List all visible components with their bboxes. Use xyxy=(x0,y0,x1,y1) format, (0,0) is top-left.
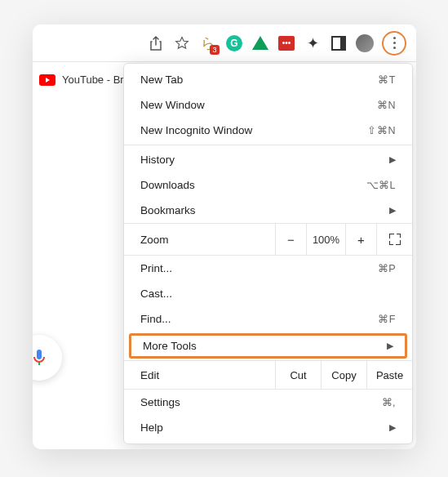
menu-shortcut: ⇧⌘N xyxy=(367,124,396,136)
zoom-controls: − 100% + xyxy=(275,224,412,255)
menu-label: Help xyxy=(140,421,163,434)
svg-rect-0 xyxy=(37,350,42,359)
menu-separator xyxy=(124,145,412,145)
menu-settings[interactable]: Settings ⌘, xyxy=(124,390,412,415)
reader-mode-icon[interactable] xyxy=(330,34,348,52)
zoom-out-button[interactable]: − xyxy=(275,224,306,255)
menu-new-window[interactable]: New Window ⌘N xyxy=(124,92,412,118)
edit-cut-button[interactable]: Cut xyxy=(275,361,321,389)
menu-help[interactable]: Help ▶ xyxy=(124,415,412,440)
menu-new-tab[interactable]: New Tab ⌘T xyxy=(124,67,412,92)
menu-label: Settings xyxy=(140,396,180,408)
zoom-value: 100% xyxy=(306,224,345,255)
menu-downloads[interactable]: Downloads ⌥⌘L xyxy=(124,172,412,198)
youtube-favicon xyxy=(39,74,55,86)
menu-shortcut: ⌘, xyxy=(382,396,396,408)
share-icon[interactable] xyxy=(147,34,165,52)
menu-label: More Tools xyxy=(143,340,197,352)
toolbar: ら 3 G ••• ✦ xyxy=(33,25,416,62)
menu-bookmarks[interactable]: Bookmarks ▶ xyxy=(124,198,412,223)
menu-label: Zoom xyxy=(124,225,275,254)
zoom-in-button[interactable]: + xyxy=(345,224,376,255)
menu-label: Print... xyxy=(140,262,172,274)
menu-shortcut: ⌥⌘L xyxy=(366,179,396,191)
extension-badge: 3 xyxy=(210,45,220,55)
menu-shortcut: ⌘T xyxy=(378,74,396,86)
menu-label: Find... xyxy=(140,313,171,325)
chevron-right-icon: ▶ xyxy=(389,154,396,165)
menu-zoom: Zoom − 100% + xyxy=(124,223,412,256)
menu-label: New Tab xyxy=(140,74,183,86)
extension-icon-1[interactable]: ら 3 xyxy=(199,34,217,52)
menu-shortcut: ⌘P xyxy=(378,262,396,274)
extensions-puzzle-icon[interactable]: ✦ xyxy=(304,34,322,52)
browser-window: ら 3 G ••• ✦ YouTube - Br New Tab ⌘T New … xyxy=(33,25,416,449)
microphone-icon xyxy=(33,348,47,368)
chevron-right-icon: ▶ xyxy=(387,341,393,351)
menu-edit: Edit Cut Copy Paste xyxy=(124,360,412,390)
menu-label: New Incognito Window xyxy=(140,124,252,136)
chrome-menu: New Tab ⌘T New Window ⌘N New Incognito W… xyxy=(123,63,413,444)
edit-copy-button[interactable]: Copy xyxy=(321,361,366,389)
grammarly-icon[interactable]: G xyxy=(225,34,243,52)
lastpass-icon[interactable]: ••• xyxy=(277,34,295,52)
fullscreen-button[interactable] xyxy=(376,224,412,255)
tab-strip: YouTube - Br xyxy=(39,74,124,86)
menu-label: Bookmarks xyxy=(140,204,196,216)
chevron-right-icon: ▶ xyxy=(389,422,396,433)
menu-label: History xyxy=(140,154,175,166)
more-menu-button[interactable] xyxy=(382,31,406,56)
menu-label: Cast... xyxy=(140,288,172,300)
menu-history[interactable]: History ▶ xyxy=(124,147,412,172)
bookmark-star-icon[interactable] xyxy=(173,34,191,52)
menu-more-tools[interactable]: More Tools ▶ xyxy=(129,333,407,359)
voice-search-button[interactable] xyxy=(33,335,62,381)
menu-shortcut: ⌘F xyxy=(378,313,396,325)
menu-label: Edit xyxy=(124,363,275,388)
menu-incognito[interactable]: New Incognito Window ⇧⌘N xyxy=(124,118,412,143)
tab-title: YouTube - Br xyxy=(62,74,124,86)
menu-find[interactable]: Find... ⌘F xyxy=(124,306,412,332)
menu-label: Downloads xyxy=(140,179,195,191)
chevron-right-icon: ▶ xyxy=(389,205,396,216)
kebab-icon xyxy=(393,37,396,49)
menu-label: New Window xyxy=(140,99,205,111)
menu-shortcut: ⌘N xyxy=(377,99,396,111)
menu-cast[interactable]: Cast... xyxy=(124,281,412,306)
fullscreen-icon xyxy=(389,234,401,245)
google-drive-icon[interactable] xyxy=(251,34,269,52)
menu-print[interactable]: Print... ⌘P xyxy=(124,256,412,281)
profile-avatar[interactable] xyxy=(356,34,374,52)
edit-paste-button[interactable]: Paste xyxy=(366,361,412,389)
